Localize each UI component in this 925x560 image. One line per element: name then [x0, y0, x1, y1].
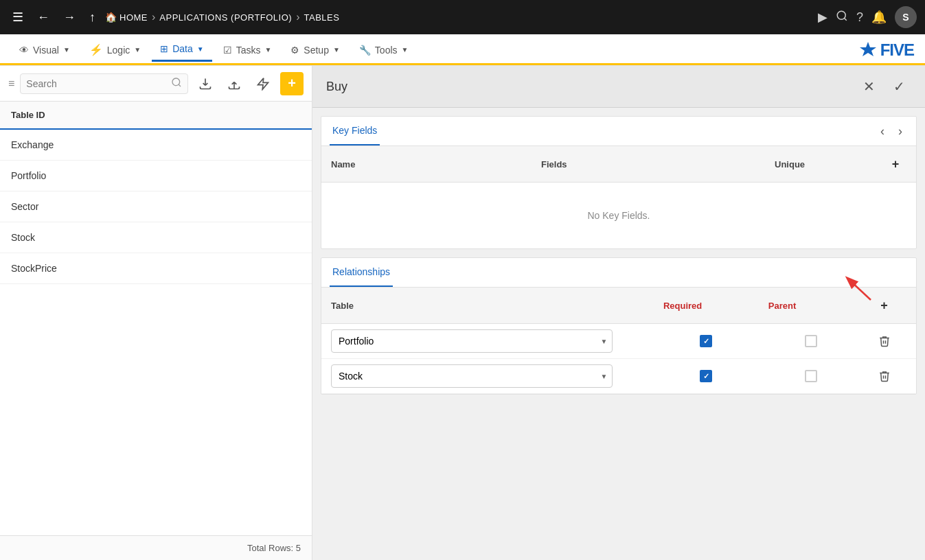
- relationships-tab-row: Relationships: [321, 258, 916, 288]
- prev-tab-btn[interactable]: ‹: [875, 121, 890, 141]
- parent-checkbox-1[interactable]: [805, 335, 817, 347]
- key-fields-table-area: Name Fields Unique + No Key Fields.: [321, 146, 916, 248]
- top-bar-right: ▶ ? 🔔 S: [818, 6, 917, 28]
- rel-col-table: Table: [321, 288, 654, 324]
- add-table-btn[interactable]: +: [280, 72, 304, 95]
- next-tab-btn[interactable]: ›: [893, 121, 908, 141]
- header-buttons: ✕ ✓: [856, 74, 911, 99]
- table-row: Stock Exchange Portfolio Sector StockPri…: [321, 359, 916, 394]
- play-icon[interactable]: ▶: [818, 10, 827, 25]
- key-fields-section: Key Fields ‹ › Name Fields Unique: [321, 116, 917, 249]
- tab-setup[interactable]: ⚙ Setup ▼: [282, 39, 348, 61]
- up-icon[interactable]: ↑: [85, 6, 100, 29]
- portfolio-select[interactable]: Portfolio Exchange Sector Stock StockPri…: [331, 329, 613, 353]
- nav-separator-2: ›: [296, 11, 299, 23]
- required-checkbox-2[interactable]: [700, 370, 712, 382]
- list-item[interactable]: Sector: [0, 191, 312, 222]
- forward-icon[interactable]: →: [59, 6, 80, 29]
- svg-marker-2: [860, 42, 876, 56]
- bell-icon[interactable]: 🔔: [871, 10, 887, 25]
- tables-nav-item[interactable]: TABLES: [304, 12, 339, 23]
- parent-checkbox-2[interactable]: [805, 370, 817, 382]
- table-select-portfolio[interactable]: Portfolio Exchange Sector Stock StockPri…: [331, 329, 613, 353]
- tab-tasks[interactable]: ☑ Tasks ▼: [215, 39, 280, 61]
- svg-point-3: [172, 78, 180, 86]
- nav-separator-1: ›: [152, 11, 155, 23]
- svg-point-0: [837, 11, 845, 19]
- col-name-header: Name: [321, 146, 532, 183]
- visual-dropdown-icon: ▼: [63, 46, 70, 54]
- upload-btn[interactable]: [222, 72, 246, 95]
- home-label[interactable]: HOME: [119, 12, 148, 23]
- required-checkbox-1-wrap: [663, 335, 749, 347]
- right-content: Key Fields ‹ › Name Fields Unique: [312, 108, 925, 560]
- tab-tools[interactable]: 🔧 Tools ▼: [351, 39, 417, 61]
- tab-visual-label: Visual: [33, 45, 59, 56]
- confirm-btn[interactable]: ✓: [887, 74, 911, 99]
- home-nav-item[interactable]: 🏠 HOME: [105, 12, 148, 23]
- col-unique-header: Unique: [765, 146, 875, 183]
- tab-key-fields[interactable]: Key Fields: [330, 117, 380, 145]
- tab-visual[interactable]: 👁 Visual ▼: [11, 39, 78, 61]
- avatar[interactable]: S: [895, 6, 917, 28]
- parent-checkbox-2-wrap: [768, 370, 854, 382]
- add-relationship-btn[interactable]: +: [873, 294, 895, 316]
- right-panel: Buy ✕ ✓ Key Fields ‹ ›: [312, 66, 925, 560]
- help-icon[interactable]: ?: [856, 10, 863, 25]
- svg-line-1: [844, 18, 846, 20]
- tab-nav: ‹ ›: [875, 121, 908, 141]
- logo-text: FIVE: [880, 40, 914, 60]
- search-box[interactable]: [20, 73, 188, 94]
- logo-star-icon: [858, 40, 878, 60]
- back-icon[interactable]: ←: [33, 6, 54, 29]
- table-id-header: Table ID: [0, 102, 312, 130]
- rel-delete-cell-2: [864, 359, 916, 394]
- list-item[interactable]: StockPrice: [0, 253, 312, 284]
- breadcrumb: 🏠 HOME › APPLICATIONS (PORTFOLIO) › TABL…: [105, 11, 812, 23]
- tab-tasks-label: Tasks: [236, 45, 261, 56]
- rel-table-select-cell-2[interactable]: Stock Exchange Portfolio Sector StockPri…: [321, 359, 654, 394]
- home-icon: 🏠: [105, 12, 117, 23]
- tab-relationships[interactable]: Relationships: [330, 258, 393, 287]
- download-btn[interactable]: [194, 72, 217, 95]
- total-rows-footer: Total Rows: 5: [0, 535, 312, 560]
- list-item[interactable]: Portfolio: [0, 161, 312, 191]
- second-nav-bar: 👁 Visual ▼ ⚡ Logic ▼ ⊞ Data ▼ ☑ Tasks ▼ …: [0, 34, 925, 66]
- close-btn[interactable]: ✕: [856, 74, 881, 99]
- right-panel-header: Buy ✕ ✓: [312, 66, 925, 108]
- required-checkbox-2-wrap: [663, 370, 749, 382]
- parent-checkbox-1-wrap: [768, 335, 854, 347]
- tasks-icon: ☑: [223, 45, 232, 56]
- rel-table-select-cell-1[interactable]: Portfolio Exchange Sector Stock StockPri…: [321, 324, 654, 359]
- search-input[interactable]: [26, 78, 171, 89]
- rel-required-cell-2: [654, 359, 759, 394]
- tools-icon: 🔧: [359, 45, 371, 56]
- rel-add-area: +: [873, 294, 906, 316]
- stock-select[interactable]: Stock Exchange Portfolio Sector StockPri…: [331, 364, 613, 388]
- search-icon[interactable]: [836, 10, 848, 25]
- lightning-btn[interactable]: [251, 72, 275, 95]
- portfolio-nav-item[interactable]: APPLICATIONS (PORTFOLIO): [159, 12, 292, 23]
- rel-required-cell-1: [654, 324, 759, 359]
- tab-logic[interactable]: ⚡ Logic ▼: [81, 38, 149, 62]
- five-logo: FIVE: [858, 40, 914, 60]
- eye-icon: 👁: [19, 45, 29, 56]
- list-item[interactable]: Stock: [0, 222, 312, 253]
- hamburger-menu-icon[interactable]: ☰: [8, 5, 27, 29]
- list-item[interactable]: Exchange: [0, 130, 312, 161]
- svg-line-4: [179, 84, 181, 86]
- relationships-table: Table Required Parent +: [321, 288, 916, 394]
- rel-col-parent: Parent: [759, 288, 864, 324]
- table-select-stock[interactable]: Stock Exchange Portfolio Sector StockPri…: [331, 364, 613, 388]
- key-fields-table: Name Fields Unique + No Key Fields.: [321, 146, 916, 248]
- required-checkbox-1[interactable]: [700, 335, 712, 347]
- tab-data[interactable]: ⊞ Data ▼: [152, 38, 212, 62]
- filter-icon: ≡: [8, 78, 14, 90]
- rel-col-actions: +: [864, 288, 916, 324]
- add-key-field-btn[interactable]: +: [884, 153, 906, 175]
- delete-row-2-btn[interactable]: [873, 365, 895, 387]
- empty-message: No Key Fields.: [321, 183, 916, 249]
- rel-delete-cell-1: [864, 324, 916, 359]
- col-add-header: +: [875, 146, 916, 183]
- delete-row-1-btn[interactable]: [873, 330, 895, 352]
